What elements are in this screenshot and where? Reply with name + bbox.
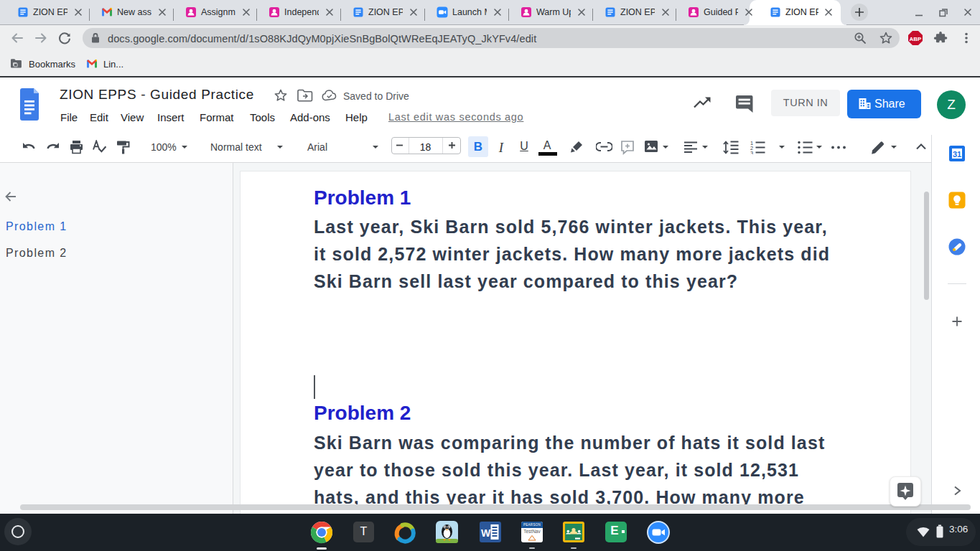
svg-text:ABP: ABP [910, 36, 923, 42]
svg-text:W: W [481, 527, 491, 539]
svg-text:31: 31 [953, 150, 961, 159]
svg-text:3: 3 [750, 150, 753, 155]
